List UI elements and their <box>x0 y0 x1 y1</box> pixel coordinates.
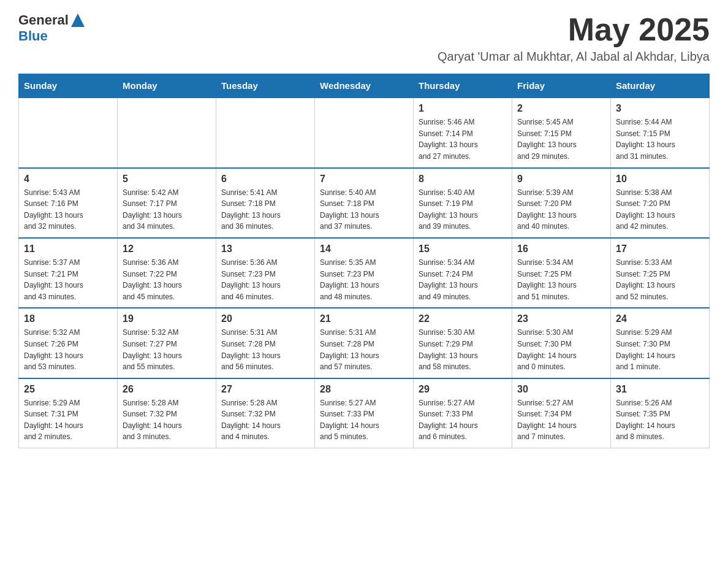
day-number: 29 <box>419 384 507 395</box>
calendar-cell: 15Sunrise: 5:34 AM Sunset: 7:24 PM Dayli… <box>414 238 512 308</box>
day-info: Sunrise: 5:44 AM Sunset: 7:15 PM Dayligh… <box>616 117 704 162</box>
day-info: Sunrise: 5:29 AM Sunset: 7:31 PM Dayligh… <box>24 397 112 443</box>
calendar-cell <box>118 98 216 167</box>
day-info: Sunrise: 5:36 AM Sunset: 7:22 PM Dayligh… <box>123 257 211 302</box>
day-number: 4 <box>24 174 112 185</box>
day-number: 27 <box>221 384 309 395</box>
col-monday: Monday <box>118 74 216 98</box>
calendar-cell: 28Sunrise: 5:27 AM Sunset: 7:33 PM Dayli… <box>315 378 414 448</box>
calendar-cell: 10Sunrise: 5:38 AM Sunset: 7:20 PM Dayli… <box>611 168 710 238</box>
day-number: 7 <box>320 174 408 185</box>
calendar-cell: 27Sunrise: 5:28 AM Sunset: 7:32 PM Dayli… <box>216 378 315 448</box>
calendar-cell: 22Sunrise: 5:30 AM Sunset: 7:29 PM Dayli… <box>414 308 512 378</box>
day-number: 23 <box>517 313 605 324</box>
day-info: Sunrise: 5:28 AM Sunset: 7:32 PM Dayligh… <box>221 397 309 443</box>
day-info: Sunrise: 5:32 AM Sunset: 7:27 PM Dayligh… <box>123 327 211 372</box>
logo-text-general: General <box>18 12 69 28</box>
day-info: Sunrise: 5:27 AM Sunset: 7:34 PM Dayligh… <box>517 397 605 443</box>
day-info: Sunrise: 5:36 AM Sunset: 7:23 PM Dayligh… <box>221 257 309 302</box>
calendar-cell <box>315 98 414 167</box>
calendar-cell: 20Sunrise: 5:31 AM Sunset: 7:28 PM Dayli… <box>216 308 315 378</box>
week-row-2: 4Sunrise: 5:43 AM Sunset: 7:16 PM Daylig… <box>19 168 710 238</box>
day-info: Sunrise: 5:41 AM Sunset: 7:18 PM Dayligh… <box>221 187 309 232</box>
day-number: 8 <box>419 174 507 185</box>
calendar-cell: 2Sunrise: 5:45 AM Sunset: 7:15 PM Daylig… <box>512 98 611 167</box>
col-tuesday: Tuesday <box>216 74 315 98</box>
day-info: Sunrise: 5:42 AM Sunset: 7:17 PM Dayligh… <box>123 187 211 232</box>
calendar-cell: 13Sunrise: 5:36 AM Sunset: 7:23 PM Dayli… <box>216 238 315 308</box>
calendar-cell: 29Sunrise: 5:27 AM Sunset: 7:33 PM Dayli… <box>414 378 512 448</box>
day-number: 17 <box>616 243 704 255</box>
day-number: 16 <box>517 243 605 255</box>
day-number: 11 <box>24 243 112 255</box>
week-row-3: 11Sunrise: 5:37 AM Sunset: 7:21 PM Dayli… <box>19 238 710 308</box>
day-number: 19 <box>123 313 211 324</box>
calendar-cell: 19Sunrise: 5:32 AM Sunset: 7:27 PM Dayli… <box>118 308 216 378</box>
day-number: 14 <box>320 243 408 255</box>
week-row-1: 1Sunrise: 5:46 AM Sunset: 7:14 PM Daylig… <box>19 98 710 167</box>
logo-text-blue: Blue <box>18 28 48 44</box>
day-info: Sunrise: 5:38 AM Sunset: 7:20 PM Dayligh… <box>616 187 704 232</box>
day-number: 30 <box>517 384 605 395</box>
day-number: 28 <box>320 384 408 395</box>
col-friday: Friday <box>512 74 611 98</box>
page-header: General Blue May 2025 Qaryat 'Umar al Mu… <box>18 12 710 64</box>
calendar-cell: 17Sunrise: 5:33 AM Sunset: 7:25 PM Dayli… <box>611 238 710 308</box>
day-info: Sunrise: 5:27 AM Sunset: 7:33 PM Dayligh… <box>419 397 507 443</box>
day-number: 13 <box>221 243 309 255</box>
col-thursday: Thursday <box>414 74 512 98</box>
calendar-cell: 6Sunrise: 5:41 AM Sunset: 7:18 PM Daylig… <box>216 168 315 238</box>
day-info: Sunrise: 5:27 AM Sunset: 7:33 PM Dayligh… <box>320 397 408 443</box>
day-number: 9 <box>517 174 605 185</box>
day-number: 18 <box>24 313 112 324</box>
calendar-cell: 14Sunrise: 5:35 AM Sunset: 7:23 PM Dayli… <box>315 238 414 308</box>
calendar-cell: 26Sunrise: 5:28 AM Sunset: 7:32 PM Dayli… <box>118 378 216 448</box>
calendar-cell: 9Sunrise: 5:39 AM Sunset: 7:20 PM Daylig… <box>512 168 611 238</box>
week-row-4: 18Sunrise: 5:32 AM Sunset: 7:26 PM Dayli… <box>19 308 710 378</box>
location-title: Qaryat 'Umar al Mukhtar, Al Jabal al Akh… <box>438 50 710 64</box>
day-info: Sunrise: 5:40 AM Sunset: 7:18 PM Dayligh… <box>320 187 408 232</box>
calendar-cell: 25Sunrise: 5:29 AM Sunset: 7:31 PM Dayli… <box>19 378 118 448</box>
calendar-cell: 30Sunrise: 5:27 AM Sunset: 7:34 PM Dayli… <box>512 378 611 448</box>
day-number: 31 <box>616 384 704 395</box>
calendar-cell: 5Sunrise: 5:42 AM Sunset: 7:17 PM Daylig… <box>118 168 216 238</box>
calendar-cell: 1Sunrise: 5:46 AM Sunset: 7:14 PM Daylig… <box>414 98 512 167</box>
calendar-table: Sunday Monday Tuesday Wednesday Thursday… <box>18 74 710 448</box>
col-saturday: Saturday <box>611 74 710 98</box>
calendar-cell: 12Sunrise: 5:36 AM Sunset: 7:22 PM Dayli… <box>118 238 216 308</box>
day-info: Sunrise: 5:33 AM Sunset: 7:25 PM Dayligh… <box>616 257 704 302</box>
day-number: 22 <box>419 313 507 324</box>
svg-marker-0 <box>71 13 85 27</box>
calendar-cell: 16Sunrise: 5:34 AM Sunset: 7:25 PM Dayli… <box>512 238 611 308</box>
calendar-cell: 4Sunrise: 5:43 AM Sunset: 7:16 PM Daylig… <box>19 168 118 238</box>
day-info: Sunrise: 5:45 AM Sunset: 7:15 PM Dayligh… <box>517 117 605 162</box>
day-number: 5 <box>123 174 211 185</box>
calendar-cell: 23Sunrise: 5:30 AM Sunset: 7:30 PM Dayli… <box>512 308 611 378</box>
logo-icon <box>70 13 85 27</box>
day-info: Sunrise: 5:29 AM Sunset: 7:30 PM Dayligh… <box>616 327 704 372</box>
day-info: Sunrise: 5:30 AM Sunset: 7:30 PM Dayligh… <box>517 327 605 372</box>
calendar-cell: 7Sunrise: 5:40 AM Sunset: 7:18 PM Daylig… <box>315 168 414 238</box>
month-title: May 2025 <box>438 12 710 47</box>
col-wednesday: Wednesday <box>315 74 414 98</box>
day-number: 20 <box>221 313 309 324</box>
calendar-cell: 18Sunrise: 5:32 AM Sunset: 7:26 PM Dayli… <box>19 308 118 378</box>
day-number: 25 <box>24 384 112 395</box>
day-info: Sunrise: 5:46 AM Sunset: 7:14 PM Dayligh… <box>419 117 507 162</box>
calendar-cell: 8Sunrise: 5:40 AM Sunset: 7:19 PM Daylig… <box>414 168 512 238</box>
calendar-header-row: Sunday Monday Tuesday Wednesday Thursday… <box>19 74 710 98</box>
calendar-cell <box>216 98 315 167</box>
day-info: Sunrise: 5:26 AM Sunset: 7:35 PM Dayligh… <box>616 397 704 443</box>
day-number: 15 <box>419 243 507 255</box>
calendar-cell: 21Sunrise: 5:31 AM Sunset: 7:28 PM Dayli… <box>315 308 414 378</box>
day-info: Sunrise: 5:30 AM Sunset: 7:29 PM Dayligh… <box>419 327 507 372</box>
col-sunday: Sunday <box>19 74 118 98</box>
day-info: Sunrise: 5:35 AM Sunset: 7:23 PM Dayligh… <box>320 257 408 302</box>
day-number: 2 <box>517 103 605 114</box>
day-number: 26 <box>123 384 211 395</box>
day-info: Sunrise: 5:40 AM Sunset: 7:19 PM Dayligh… <box>419 187 507 232</box>
day-info: Sunrise: 5:28 AM Sunset: 7:32 PM Dayligh… <box>123 397 211 443</box>
week-row-5: 25Sunrise: 5:29 AM Sunset: 7:31 PM Dayli… <box>19 378 710 448</box>
day-info: Sunrise: 5:34 AM Sunset: 7:25 PM Dayligh… <box>517 257 605 302</box>
day-info: Sunrise: 5:31 AM Sunset: 7:28 PM Dayligh… <box>320 327 408 372</box>
